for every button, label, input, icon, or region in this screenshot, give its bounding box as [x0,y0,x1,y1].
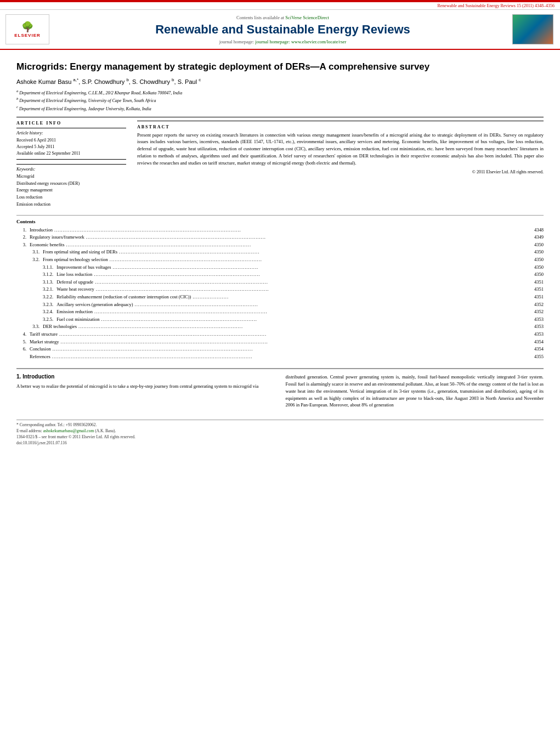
sciverse-line: Contents lists available at SciVerse Sci… [55,15,511,20]
contents-title: Contents [16,219,544,224]
toc-item-6: 6. Conclusion ..........................… [16,346,544,353]
toc-item-3-2-1: 3.2.1. Waste heat recovery .............… [16,286,544,293]
elsevier-text: ELSEVIER [14,33,41,38]
journal-reference: Renewable and Sustainable Energy Reviews… [0,2,560,10]
journal-header: 🌳 ELSEVIER Contents lists available at S… [0,10,560,50]
toc-item-3-2: 3.2. From optimal technology selection .… [16,256,544,264]
header-thumbnail [511,14,555,44]
license-text: 1364-0321/$ – see front matter © 2011 El… [16,434,544,439]
toc-item-3: 3. Economic benefits ...................… [16,241,544,249]
toc-item-3-1-3: 3.1.3. Deferral of upgrade .............… [16,279,544,286]
journal-ref-text: Renewable and Sustainable Energy Reviews… [437,3,555,8]
abstract-block: ABSTRACT Present paper reports the surve… [137,121,544,175]
keyword-2: Distributed energy resources (DER) [16,180,126,188]
footnote-1: * Corresponding author. Tel.: +91 099036… [16,422,544,427]
journal-thumbnail [512,14,553,44]
toc-item-3-1: 3.1. From optimal siting and sizing of D… [16,248,544,256]
intro-right-text: distributed generation. Central power ge… [286,374,544,409]
article-info-abstract: ARTICLE INFO Article history: Received 6… [16,121,544,208]
keyword-4: Loss reduction [16,194,126,201]
page-footer: * Corresponding author. Tel.: +91 099036… [16,420,544,445]
toc-item-4: 4. Tariff structure ....................… [16,331,544,338]
toc-item-3-3: 3.3. DER technologies ..................… [16,323,544,331]
contents-section: Contents 1. Introduction ...............… [16,215,544,361]
section-1-title: 1. Introduction [16,374,275,380]
homepage-line: journal homepage: journal homepage: www.… [55,39,511,44]
header-center: Contents lists available at SciVerse Sci… [55,15,511,44]
toc-item-3-2-4: 3.2.4. Emission reduction ..............… [16,308,544,316]
keyword-3: Energy management [16,187,126,194]
abstract-heading: ABSTRACT [137,125,544,129]
keywords-block: Keywords: Microgrid Distributed energy r… [16,164,126,208]
toc-item-3-2-5: 3.2.5. Fuel cost minimization ..........… [16,316,544,324]
abstract-column: ABSTRACT Present paper reports the surve… [137,121,544,208]
available-date: Available online 22 September 2011 [16,150,126,157]
intro-col-right: distributed generation. Central power ge… [286,374,544,409]
intro-col-left: 1. Introduction A better way to realize … [16,374,275,409]
toc-item-2: 2. Regulatory issues/framework .........… [16,234,544,241]
intro-left-text: A better way to realize the potential of… [16,383,275,390]
toc-item-3-1-2: 3.1.2. Line loss reduction .............… [16,271,544,279]
article-info-column: ARTICLE INFO Article history: Received 6… [16,121,126,208]
authors-line: Ashoke Kumar Basu a,*, S.P. Chowdhury b,… [16,77,544,85]
affiliations: a Department of Electrical Engineering, … [16,88,544,112]
history-label: Article history: [16,131,126,135]
toc-item-3-1-1: 3.1.1. Improvement of bus voltages .....… [16,264,544,271]
copyright-line: © 2011 Elsevier Ltd. All rights reserved… [137,169,544,174]
abstract-text: Present paper reports the survey on exis… [137,132,544,167]
elsevier-logo: 🌳 ELSEVIER [5,14,49,44]
footnote-2: E-mail address: ashokekumarbasu@gmail.co… [16,428,544,433]
keyword-1: Microgrid [16,173,126,180]
toc-item-ref: References .............................… [16,353,544,361]
homepage-url[interactable]: journal homepage: www.elsevier.com/locat… [255,39,346,44]
received-date: Received 6 April 2011 [16,137,126,144]
accepted-date: Accepted 5 July 2011 [16,144,126,150]
doi-text: doi:10.1016/j.rser.2011.07.116 [16,440,544,445]
intro-columns: 1. Introduction A better way to realize … [16,374,544,409]
article-history-block: Article history: Received 6 April 2011 A… [16,128,126,160]
article-info-heading: ARTICLE INFO [16,121,126,126]
toc-item-1: 1. Introduction ........................… [16,227,544,234]
keyword-5: Emission reduction [16,201,126,208]
article-title: Microgrids: Energy management by strateg… [16,61,544,73]
elsevier-logo-area: 🌳 ELSEVIER [5,14,55,44]
divider-1 [16,117,544,117]
journal-title: Renewable and Sustainable Energy Reviews [55,22,511,37]
toc-item-3-2-2: 3.2.2. Reliability enhancement (reductio… [16,293,544,301]
introduction-section: 1. Introduction A better way to realize … [16,368,544,409]
tree-icon: 🌳 [21,21,33,33]
email-link[interactable]: ashokekumarbasu@gmail.com [43,428,94,433]
toc-item-3-2-3: 3.2.3. Ancillary services (generation ad… [16,301,544,309]
main-content: Microgrids: Energy management by strateg… [0,50,560,452]
toc-item-5: 5. Market strategy .....................… [16,338,544,346]
keywords-label: Keywords: [16,167,126,172]
sciverse-link[interactable]: SciVerse ScienceDirect [285,15,329,20]
